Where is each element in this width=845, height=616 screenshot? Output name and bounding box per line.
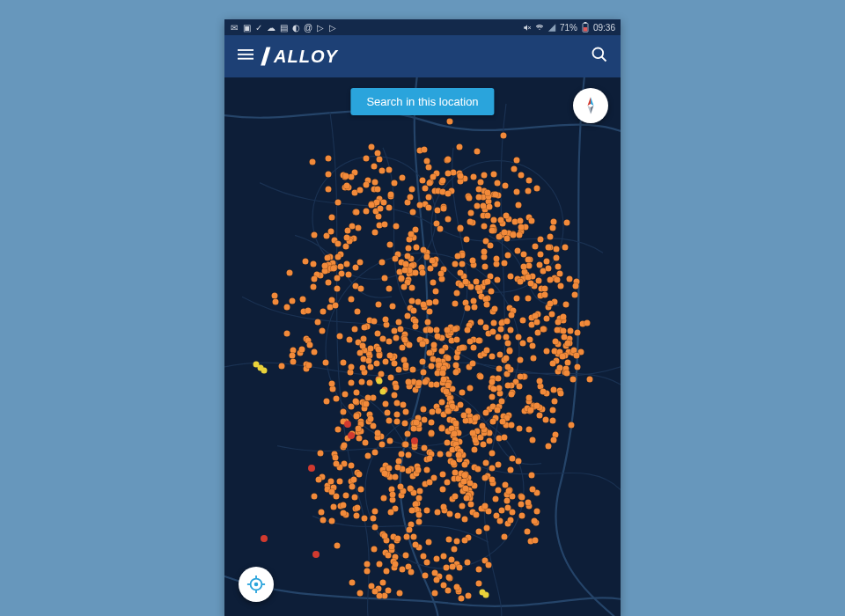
asset-dot[interactable] xyxy=(519,512,525,518)
asset-dot[interactable] xyxy=(347,370,353,376)
asset-dot[interactable] xyxy=(507,348,513,355)
asset-dot[interactable] xyxy=(362,439,368,445)
asset-dot[interactable] xyxy=(371,589,378,595)
asset-dot[interactable] xyxy=(423,467,430,473)
asset-dot[interactable] xyxy=(483,324,489,330)
asset-dot[interactable] xyxy=(367,416,373,422)
red-marker-dot[interactable] xyxy=(348,432,355,439)
asset-dot[interactable] xyxy=(387,509,393,515)
asset-dot[interactable] xyxy=(441,206,447,212)
asset-dot[interactable] xyxy=(452,421,459,427)
asset-dot[interactable] xyxy=(386,339,392,345)
asset-dot[interactable] xyxy=(516,231,522,238)
asset-dot[interactable] xyxy=(437,451,444,458)
asset-dot[interactable] xyxy=(440,377,446,383)
asset-dot[interactable] xyxy=(479,422,485,429)
asset-dot[interactable] xyxy=(352,495,358,501)
asset-dot[interactable] xyxy=(416,495,422,502)
red-marker-dot[interactable] xyxy=(308,465,315,472)
asset-dot[interactable] xyxy=(456,144,462,150)
asset-dot[interactable] xyxy=(562,245,568,251)
asset-dot[interactable] xyxy=(333,302,339,308)
asset-dot[interactable] xyxy=(416,488,422,495)
asset-dot[interactable] xyxy=(528,218,534,224)
yellow-marker-dot[interactable] xyxy=(380,389,386,395)
asset-dot[interactable] xyxy=(496,375,502,381)
asset-dot[interactable] xyxy=(421,553,427,559)
asset-dot[interactable] xyxy=(383,358,389,364)
asset-dot[interactable] xyxy=(386,466,393,472)
asset-dot[interactable] xyxy=(513,296,519,302)
asset-dot[interactable] xyxy=(318,451,324,457)
asset-dot[interactable] xyxy=(329,517,335,524)
asset-dot[interactable] xyxy=(481,203,487,209)
yellow-marker-dot[interactable] xyxy=(483,592,489,598)
asset-dot[interactable] xyxy=(456,565,462,571)
asset-dot[interactable] xyxy=(474,149,480,155)
asset-dot[interactable] xyxy=(322,263,328,269)
asset-dot[interactable] xyxy=(503,212,510,218)
asset-dot[interactable] xyxy=(489,451,495,457)
asset-dot[interactable] xyxy=(469,430,475,436)
asset-dot[interactable] xyxy=(455,253,461,260)
asset-dot[interactable] xyxy=(353,265,359,271)
asset-dot[interactable] xyxy=(421,146,427,152)
asset-dot[interactable] xyxy=(354,513,360,519)
asset-dot[interactable] xyxy=(394,464,400,470)
asset-dot[interactable] xyxy=(336,334,342,340)
asset-dot[interactable] xyxy=(392,561,398,568)
asset-dot[interactable] xyxy=(484,213,490,219)
asset-dot[interactable] xyxy=(379,579,386,585)
asset-dot[interactable] xyxy=(375,302,381,308)
asset-dot[interactable] xyxy=(438,348,445,354)
asset-dot[interactable] xyxy=(500,133,506,139)
asset-dot[interactable] xyxy=(385,552,391,558)
asset-dot[interactable] xyxy=(571,292,577,298)
asset-dot[interactable] xyxy=(324,399,330,405)
asset-dot[interactable] xyxy=(327,479,334,485)
asset-dot[interactable] xyxy=(546,444,552,450)
asset-dot[interactable] xyxy=(349,579,355,585)
asset-dot[interactable] xyxy=(489,328,496,334)
asset-dot[interactable] xyxy=(517,279,523,285)
asset-dot[interactable] xyxy=(528,473,534,479)
asset-dot[interactable] xyxy=(490,386,496,392)
asset-dot[interactable] xyxy=(400,284,407,290)
asset-dot[interactable] xyxy=(320,309,327,315)
asset-dot[interactable] xyxy=(496,365,502,371)
asset-dot[interactable] xyxy=(340,360,346,366)
asset-dot[interactable] xyxy=(353,209,359,216)
asset-dot[interactable] xyxy=(537,252,543,258)
asset-dot[interactable] xyxy=(564,359,570,365)
asset-dot[interactable] xyxy=(518,357,524,363)
asset-dot[interactable] xyxy=(480,441,486,447)
asset-dot[interactable] xyxy=(493,260,499,267)
asset-dot[interactable] xyxy=(454,290,460,296)
asset-dot[interactable] xyxy=(469,257,475,263)
asset-dot[interactable] xyxy=(410,533,416,539)
asset-dot[interactable] xyxy=(427,349,433,356)
asset-dot[interactable] xyxy=(413,226,419,232)
asset-dot[interactable] xyxy=(575,329,581,335)
asset-dot[interactable] xyxy=(542,285,548,291)
asset-dot[interactable] xyxy=(541,291,547,297)
asset-dot[interactable] xyxy=(573,283,579,290)
asset-dot[interactable] xyxy=(324,254,330,260)
asset-dot[interactable] xyxy=(430,280,437,286)
asset-dot[interactable] xyxy=(439,486,445,492)
asset-dot[interactable] xyxy=(330,503,336,510)
asset-dot[interactable] xyxy=(424,319,430,326)
asset-dot[interactable] xyxy=(406,245,412,251)
asset-dot[interactable] xyxy=(467,502,474,508)
asset-dot[interactable] xyxy=(407,485,413,491)
asset-dot[interactable] xyxy=(427,180,433,186)
asset-dot[interactable] xyxy=(461,517,467,523)
asset-dot[interactable] xyxy=(361,515,367,521)
asset-dot[interactable] xyxy=(498,507,504,513)
asset-dot[interactable] xyxy=(532,243,538,249)
asset-dot[interactable] xyxy=(483,302,489,308)
asset-dot[interactable] xyxy=(389,491,395,497)
asset-dot[interactable] xyxy=(489,393,496,400)
asset-dot[interactable] xyxy=(467,219,474,225)
asset-dot[interactable] xyxy=(375,346,381,352)
